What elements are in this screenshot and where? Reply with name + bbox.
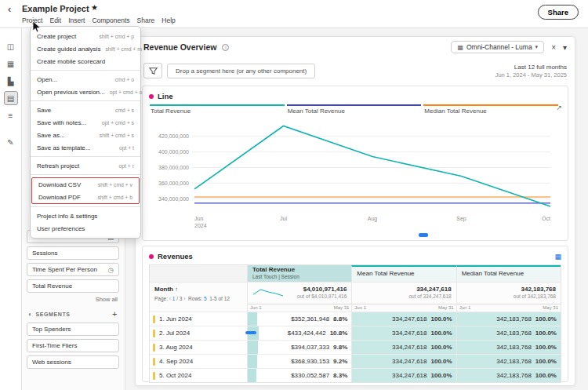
cell-median-total-revenue[interactable]: 342,183,768100.0%: [456, 312, 561, 326]
menu-item-project-info-settings[interactable]: Project info & settings: [31, 210, 140, 222]
component-item-total-revenue[interactable]: Total Revenue: [27, 279, 119, 293]
table-horizontal-scrollbar[interactable]: [245, 331, 256, 334]
menu-item-user-preferences[interactable]: User preferences: [31, 222, 140, 235]
menu-edit[interactable]: Edit: [49, 16, 61, 24]
column-header-mean-total-revenue[interactable]: Mean Total Revenue: [351, 265, 456, 282]
outline-icon[interactable]: ≡: [4, 108, 18, 122]
cell-mean-total-revenue[interactable]: 334,247,618100.0%: [351, 340, 456, 354]
segment-filter-button[interactable]: [143, 63, 162, 78]
menu-share[interactable]: Share: [137, 16, 155, 24]
tables-icon[interactable]: ▦: [4, 56, 18, 71]
menu-item-download-pdf[interactable]: Download PDFshift + cmd + b: [32, 191, 139, 203]
next-page-icon[interactable]: ›: [183, 296, 185, 301]
column-header-median-total-revenue[interactable]: Median Total Revenue: [456, 265, 561, 282]
segment-item-top-spenders[interactable]: Top Spenders: [27, 323, 119, 336]
star-icon[interactable]: ★: [91, 3, 98, 12]
table-row-month[interactable]: 5. Oct 2024: [150, 368, 247, 382]
show-all-link[interactable]: Show all: [28, 296, 118, 303]
legend-mean-total-revenue[interactable]: Mean Total Revenue: [287, 104, 422, 115]
cell-total-revenue[interactable]: $352,361,9488.8%: [247, 312, 351, 326]
cell-value: 334,247,618: [392, 344, 427, 351]
svg-text:400,000,000: 400,000,000: [158, 149, 189, 155]
cell-mean-total-revenue[interactable]: 334,247,618100.0%: [351, 368, 456, 382]
cell-total-revenue[interactable]: $394,037,3339.8%: [247, 340, 351, 354]
segment-drop-zone[interactable]: Drop a segment here (or any other compon…: [167, 64, 315, 78]
menu-item-save-as-template[interactable]: Save as template...opt + t: [31, 141, 140, 154]
cell-mean-total-revenue[interactable]: 334,247,618100.0%: [351, 326, 456, 340]
table-row-month[interactable]: 1. Jun 2024: [150, 312, 247, 326]
cell-median-total-revenue[interactable]: 342,183,768100.0%: [456, 340, 561, 354]
menu-components[interactable]: Components: [92, 16, 129, 24]
expand-icon[interactable]: ↗: [556, 104, 562, 111]
month-header-cell[interactable]: Month ↑Page: ‹ 1 / 3 › Rows: 5 1-5 of 12: [150, 282, 247, 312]
menubar: ProjectEditInsertComponentsShareHelp: [22, 16, 176, 24]
date-range[interactable]: Last 12 full months Jun 1, 2024 - May 31…: [495, 64, 567, 78]
cell-median-total-revenue[interactable]: 342,183,768100.0%: [456, 326, 561, 340]
menu-item-label: Open...: [37, 76, 57, 83]
svg-text:Aug: Aug: [368, 216, 378, 222]
menu-item-save-with-notes[interactable]: Save with notes...opt + cmd + s: [31, 116, 140, 129]
page-number[interactable]: 1: [172, 296, 176, 301]
components-icon[interactable]: ▤: [4, 91, 18, 105]
menu-item-create-guided-analysis[interactable]: Create guided analysisshift + cmd + m: [31, 42, 140, 55]
month-cell-label: 4. Sep 2024: [159, 358, 193, 365]
table-row-month[interactable]: 2. Jul 2024: [150, 326, 247, 340]
back-chevron-icon[interactable]: ‹: [8, 3, 11, 15]
rows-label: Rows:: [188, 296, 202, 301]
add-segment-button[interactable]: +: [112, 309, 118, 319]
dataset-selector[interactable]: ▦ Omni-Channel - Luma ▾: [451, 41, 544, 53]
cell-mean-total-revenue[interactable]: 334,247,618100.0%: [351, 354, 456, 368]
rows-count[interactable]: 5: [204, 296, 207, 301]
collapse-panel-icon[interactable]: ▾: [563, 43, 567, 52]
chart-horizontal-scrollbar[interactable]: [419, 233, 428, 237]
table-settings-icon[interactable]: ▦: [554, 253, 561, 261]
share-button[interactable]: Share: [538, 5, 579, 20]
legend-total-revenue[interactable]: Total Revenue: [150, 104, 285, 115]
cell-median-total-revenue[interactable]: 342,183,768100.0%: [456, 368, 561, 382]
cell-total-revenue[interactable]: $330,052,5878.3%: [247, 368, 351, 382]
segment-item-web-sessions[interactable]: Web sessions: [27, 355, 119, 369]
panels-icon[interactable]: ◫: [4, 39, 18, 53]
menu-item-create-project[interactable]: Create projectshift + cmd + p: [31, 30, 140, 42]
column-summary-median-total-revenue[interactable]: 342,183,768out of 342,183,768Jun 1May 31: [456, 282, 561, 312]
component-item-time-spent-per-person[interactable]: Time Spent Per Person◷: [27, 263, 119, 276]
left-icon-rail: ◫▦▙▤≡✎: [0, 28, 22, 390]
column-summary-mean-total-revenue[interactable]: 334,247,618out of 334,247,618Jun 1May 31: [351, 282, 456, 312]
cell-mean-total-revenue[interactable]: 334,247,618100.0%: [351, 312, 456, 326]
sort-ascending-icon[interactable]: ↑: [175, 286, 178, 293]
component-item-sessions[interactable]: Sessions: [27, 246, 119, 260]
menu-item-label: Open previous version...: [37, 89, 105, 96]
table-row-month[interactable]: 4. Sep 2024: [150, 354, 247, 368]
cell-total-revenue[interactable]: $368,930,1539.2%: [247, 354, 351, 368]
cell-percent: 100.0%: [535, 315, 557, 323]
month-sort-header[interactable]: Month ↑: [154, 286, 242, 293]
menu-item-open[interactable]: Open...cmd + o: [31, 73, 140, 86]
menu-item-download-csv[interactable]: Download CSVshift + cmd + v: [32, 178, 139, 191]
legend-median-total-revenue[interactable]: Median Total Revenue: [423, 104, 558, 115]
table-corner-cell: [150, 265, 247, 282]
menu-item-create-mobile-scorecard[interactable]: Create mobile scorecard: [31, 55, 140, 67]
cell-percent: 10.8%: [330, 330, 348, 337]
revenues-viz-header: Revenues ▦: [143, 246, 568, 262]
menu-item-save-as[interactable]: Save as...shift + cmd + s: [31, 129, 140, 141]
close-panel-icon[interactable]: ×: [551, 43, 556, 52]
menu-item-refresh-project[interactable]: Refresh projectopt + r: [31, 159, 140, 172]
segment-item-first-time-fliers[interactable]: First-Time Fliers: [27, 339, 119, 352]
column-header-total-revenue[interactable]: Total RevenueLast Touch | Session: [247, 265, 351, 282]
menu-item-open-previous-version[interactable]: Open previous version...opt + cmd + o: [31, 86, 140, 98]
menu-help[interactable]: Help: [162, 16, 175, 24]
column-summary-total-revenue[interactable]: $4,010,971,416out of $4,010,971,416Jun 1…: [247, 282, 351, 312]
menu-insert[interactable]: Insert: [68, 16, 85, 24]
table-row-month[interactable]: 3. Aug 2024: [150, 340, 247, 354]
cell-value: $433,424,442: [288, 330, 326, 337]
prev-page-icon[interactable]: ‹: [169, 296, 171, 301]
annotations-icon[interactable]: ✎: [4, 135, 18, 149]
menu-item-save[interactable]: Savecmd + s: [31, 104, 140, 116]
line-chart[interactable]: 340,000,000360,000,000380,000,000400,000…: [149, 116, 563, 231]
cell-median-total-revenue[interactable]: 342,183,768100.0%: [456, 354, 561, 368]
cell-total-revenue[interactable]: $433,424,44210.8%: [247, 326, 351, 340]
menu-separator: [31, 100, 140, 101]
row-color-marker: [153, 344, 155, 352]
info-icon[interactable]: i: [222, 44, 229, 51]
visualizations-icon[interactable]: ▙: [4, 74, 18, 88]
